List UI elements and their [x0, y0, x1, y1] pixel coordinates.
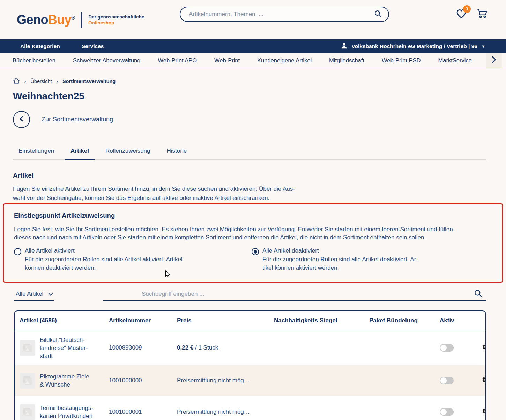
account-label: Volksbank Hochrhein eG Marketing / Vertr…	[351, 43, 477, 50]
article-number: 1001000001	[109, 408, 177, 415]
tab-artikel[interactable]: Artikel	[65, 148, 95, 160]
active-toggle[interactable]	[440, 377, 454, 384]
option-description: Für die zugeordneten Rollen sind alle Ar…	[262, 255, 418, 272]
column-header-nachhaltigkeits-siegel: Nachhaltigkeits-Siegel	[274, 317, 369, 324]
active-toggle[interactable]	[440, 344, 454, 352]
tab-bar: Einstellungen Artikel Rollenzuweisung Hi…	[13, 148, 486, 160]
radio-alle-artikel-aktiviert[interactable]	[14, 248, 21, 255]
subnav-marktservice[interactable]: MarktService	[438, 57, 472, 64]
article-filter-row: Alle Artikel Suchbegriff eingeben ...	[0, 288, 506, 301]
active-cell	[440, 377, 472, 384]
main-content: › Übersicht › Sortimentsverwaltung Weihn…	[0, 68, 506, 203]
subnav-web-print-psd[interactable]: Web-Print PSD	[382, 57, 421, 64]
back-button[interactable]	[13, 111, 30, 128]
secondary-navbar: Bücher bestellen Schweitzer Aboverwaltun…	[0, 53, 506, 68]
settings-cell	[472, 376, 486, 385]
tab-historie[interactable]: Historie	[161, 148, 193, 159]
breadcrumb-sortimentsverwaltung[interactable]: Sortimentsverwaltung	[62, 78, 116, 84]
search-icon[interactable]	[374, 9, 382, 19]
subnav-kundeneigene-artikel[interactable]: Kundeneigene Artikel	[257, 57, 312, 64]
article-image-placeholder-icon	[20, 340, 35, 356]
article-name[interactable]: Terminbestätigungs- karten Privatkunden	[40, 404, 93, 420]
subnav-mitgliedschaft[interactable]: Mitgliedschaft	[329, 57, 364, 64]
nav-item-alle-kategorien[interactable]: Alle Kategorien	[20, 43, 60, 50]
toggle-knob	[440, 377, 447, 384]
article-price: 0,22 € / 1 Stück	[177, 344, 274, 351]
einstiegspunkt-description: Legen Sie fest, wie Sie Ihr Sortiment er…	[14, 225, 492, 241]
logo-text: GenoBuy®	[17, 13, 75, 27]
breadcrumb-uebersicht[interactable]: Übersicht	[30, 78, 52, 84]
cart-icon	[477, 14, 488, 20]
logo-part1: Geno	[17, 13, 48, 27]
breadcrumb: › Übersicht › Sortimentsverwaltung	[13, 77, 506, 85]
global-search-placeholder: Artikelnummern, Themen, ...	[189, 11, 374, 18]
heart-icon	[456, 14, 467, 20]
article-search-input[interactable]: Suchbegriff eingeben ...	[103, 288, 486, 301]
gear-icon[interactable]	[482, 407, 486, 417]
cart-button[interactable]	[477, 8, 488, 20]
article-table-header: Artikel (4586) Artikelnummer Preis Nachh…	[15, 311, 485, 330]
subnav-buecher-bestellen[interactable]: Bücher bestellen	[13, 57, 55, 64]
chevron-left-icon	[19, 115, 24, 123]
table-row: Terminbestätigungs- karten Privatkunden …	[15, 396, 485, 420]
logo-divider	[81, 12, 82, 28]
breadcrumb-separator-icon: ›	[57, 79, 58, 84]
header: GenoBuy® Der genossenschaftliche Onlines…	[0, 0, 506, 39]
column-header-aktiv: Aktiv	[440, 317, 472, 324]
article-number: 1001000000	[109, 377, 177, 384]
toggle-knob	[440, 409, 447, 415]
chevron-down-icon: ▾	[482, 44, 484, 49]
article-cell: Terminbestätigungs- karten Privatkunden	[15, 404, 109, 420]
logo-tagline: Der genossenschaftliche Onlineshop	[88, 14, 144, 26]
article-cell: Piktogramme Ziele & Wünsche	[15, 373, 109, 389]
subnav-web-print-apo[interactable]: Web-Print APO	[158, 57, 197, 64]
active-cell	[440, 344, 472, 352]
article-number: 1000893009	[109, 344, 177, 351]
wishlist-count-badge: 3	[463, 5, 471, 13]
logo-registered-mark: ®	[72, 15, 75, 21]
option-label[interactable]: Alle Artikel aktiviert	[25, 247, 183, 254]
article-search-placeholder: Suchbegriff eingeben ...	[142, 291, 204, 298]
tab-einstellungen[interactable]: Einstellungen	[13, 148, 60, 159]
settings-cell	[472, 343, 486, 353]
search-icon[interactable]	[474, 289, 483, 299]
home-icon[interactable]	[13, 77, 20, 85]
article-image-placeholder-icon	[20, 373, 35, 389]
option-alle-artikel-aktiviert: Alle Artikel aktiviert Für die zugeordne…	[14, 247, 252, 272]
article-image-placeholder-icon	[20, 404, 35, 420]
gear-icon[interactable]	[482, 376, 486, 385]
breadcrumb-separator-icon: ›	[24, 79, 26, 84]
subnav-web-print[interactable]: Web-Print	[214, 57, 240, 64]
artikel-section-description: Fügen Sie einzelne Artikel zu Ihrem Sort…	[13, 185, 506, 203]
wishlist-button[interactable]: 3	[456, 8, 467, 20]
radio-alle-artikel-deaktiviert[interactable]	[252, 248, 259, 255]
logo[interactable]: GenoBuy® Der genossenschaftliche Onlines…	[17, 12, 144, 28]
article-name[interactable]: Bildkal."Deutsch- landreise" Muster- sta…	[40, 336, 88, 360]
active-cell	[440, 408, 472, 416]
column-header-artikel: Artikel (4586)	[15, 317, 109, 324]
subnav-schweitzer-aboverwaltung[interactable]: Schweitzer Aboverwaltung	[73, 57, 141, 64]
column-header-paket-buendelung: Paket Bündelung	[369, 317, 440, 324]
option-label[interactable]: Alle Artikel deaktiviert	[262, 247, 418, 254]
global-search-input[interactable]: Artikelnummern, Themen, ...	[180, 7, 389, 22]
article-filter-dropdown[interactable]: Alle Artikel	[14, 288, 54, 301]
back-link[interactable]: Zur Sortimentsverwaltung	[42, 116, 113, 123]
tab-rollenzuweisung[interactable]: Rollenzuweisung	[100, 148, 156, 159]
gear-icon[interactable]	[482, 343, 486, 353]
logo-part2: Buy	[48, 13, 72, 27]
subnav-scroll-right-button[interactable]	[486, 53, 502, 68]
chevron-right-icon	[491, 55, 497, 65]
account-menu[interactable]: Volksbank Hochrhein eG Marketing / Vertr…	[340, 42, 484, 51]
active-toggle[interactable]	[440, 408, 454, 416]
price-value: 0,22 €	[177, 344, 193, 351]
nav-item-services[interactable]: Services	[82, 43, 104, 50]
primary-navbar: Alle Kategorien Services Volksbank Hochr…	[0, 39, 506, 53]
tagline-line2: Onlineshop	[88, 20, 144, 26]
chevron-down-icon	[48, 291, 53, 297]
article-name[interactable]: Piktogramme Ziele & Wünsche	[40, 373, 89, 389]
table-row: Bildkal."Deutsch- landreise" Muster- sta…	[15, 330, 485, 365]
option-alle-artikel-deaktiviert: Alle Artikel deaktiviert Für die zugeord…	[252, 247, 418, 272]
einstiegspunkt-highlight-box: Einstiegspunkt Artikelzuweisung Legen Si…	[3, 203, 503, 283]
user-icon	[340, 42, 348, 51]
article-price: Preisermittlung nicht mög…	[177, 408, 274, 415]
